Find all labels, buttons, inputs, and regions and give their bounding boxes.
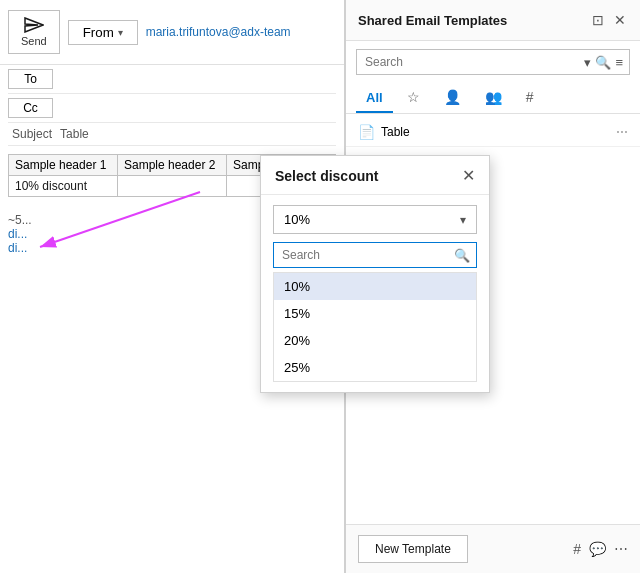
modal-title: Select discount — [275, 168, 378, 184]
select-discount-modal: Select discount ✕ 10% ▾ 🔍 10% 15% 20% 25… — [260, 155, 490, 393]
panel-search-input[interactable] — [357, 50, 578, 74]
svg-marker-0 — [25, 18, 43, 32]
list-item-more-icon[interactable]: ⋯ — [616, 125, 628, 139]
more-footer-icon[interactable]: ⋯ — [614, 541, 628, 557]
search-icons: ▾ 🔍 ≡ — [578, 55, 629, 70]
people-icon: 👥 — [485, 89, 502, 105]
list-item-icon: 📄 — [358, 124, 375, 140]
email-toolbar: Send From ▾ maria.trifuntova@adx-team — [0, 0, 344, 65]
to-button[interactable]: To — [8, 69, 53, 89]
cc-field-row: Cc — [8, 94, 336, 123]
panel-title: Shared Email Templates — [358, 13, 507, 28]
cc-button[interactable]: Cc — [8, 98, 53, 118]
modal-search-box: 🔍 — [273, 242, 477, 268]
modal-option-20[interactable]: 20% — [274, 327, 476, 354]
tab-all-label: All — [366, 90, 383, 105]
modal-search-input[interactable] — [274, 243, 448, 267]
panel-header-icons: ⊡ ✕ — [590, 10, 628, 30]
search-filter-icon[interactable]: ≡ — [615, 55, 623, 70]
pin-icon[interactable]: ⊡ — [590, 10, 606, 30]
from-dropdown-arrow: ▾ — [118, 27, 123, 38]
search-dropdown-icon[interactable]: ▾ — [584, 55, 591, 70]
table-header-2: Sample header 2 — [118, 155, 227, 176]
table-cell-2 — [118, 176, 227, 197]
cc-input[interactable] — [53, 99, 336, 117]
new-template-button[interactable]: New Template — [358, 535, 468, 563]
modal-selected-value: 10% — [284, 212, 310, 227]
modal-option-15[interactable]: 15% — [274, 300, 476, 327]
person-icon: 👤 — [444, 89, 461, 105]
email-fields: To Cc Subject Table — [0, 65, 344, 146]
list-item-label: Table — [381, 125, 610, 139]
send-label: Send — [21, 35, 47, 47]
discount-cell: 10% discount — [9, 176, 118, 197]
close-panel-icon[interactable]: ✕ — [612, 10, 628, 30]
tab-hash[interactable]: # — [516, 83, 544, 113]
tab-people[interactable]: 👥 — [475, 83, 512, 113]
modal-search-icon: 🔍 — [448, 248, 476, 263]
hash-footer-icon[interactable]: # — [573, 541, 581, 557]
modal-option-10[interactable]: 10% — [274, 273, 476, 300]
from-button[interactable]: From ▾ — [68, 20, 138, 45]
from-label: From — [83, 25, 114, 40]
tab-person[interactable]: 👤 — [434, 83, 471, 113]
chat-footer-icon[interactable]: 💬 — [589, 541, 606, 557]
modal-close-button[interactable]: ✕ — [462, 168, 475, 184]
modal-dropdown-arrow-icon: ▾ — [460, 213, 466, 227]
list-item[interactable]: 📄 Table ⋯ — [346, 118, 640, 147]
star-icon: ☆ — [407, 89, 420, 105]
from-email-address: maria.trifuntova@adx-team — [146, 25, 336, 39]
body-snippet: ~5... — [8, 213, 32, 227]
modal-options-list: 10% 15% 20% 25% — [273, 272, 477, 382]
panel-tabs: All ☆ 👤 👥 # — [346, 83, 640, 114]
modal-option-25[interactable]: 25% — [274, 354, 476, 381]
table-header-1: Sample header 1 — [9, 155, 118, 176]
modal-value-dropdown[interactable]: 10% ▾ — [273, 205, 477, 234]
send-button[interactable]: Send — [8, 10, 60, 54]
send-icon — [24, 17, 44, 33]
panel-footer: New Template # 💬 ⋯ — [346, 524, 640, 573]
body-snippet-2: di... — [8, 227, 27, 241]
panel-header: Shared Email Templates ⊡ ✕ — [346, 0, 640, 41]
table-label: Table — [60, 127, 89, 141]
subject-row: Subject Table — [8, 123, 336, 146]
footer-icons: # 💬 ⋯ — [573, 541, 628, 557]
panel-search-box: ▾ 🔍 ≡ — [356, 49, 630, 75]
modal-header: Select discount ✕ — [261, 156, 489, 195]
hash-tab-icon: # — [526, 89, 534, 105]
tab-all[interactable]: All — [356, 84, 393, 113]
to-input[interactable] — [53, 70, 336, 88]
tab-favorites[interactable]: ☆ — [397, 83, 430, 113]
modal-body: 10% ▾ 🔍 10% 15% 20% 25% — [261, 195, 489, 392]
to-field-row: To — [8, 65, 336, 94]
body-snippet-3: di... — [8, 241, 27, 255]
subject-label: Subject — [12, 127, 52, 141]
search-magnifier-icon[interactable]: 🔍 — [595, 55, 611, 70]
